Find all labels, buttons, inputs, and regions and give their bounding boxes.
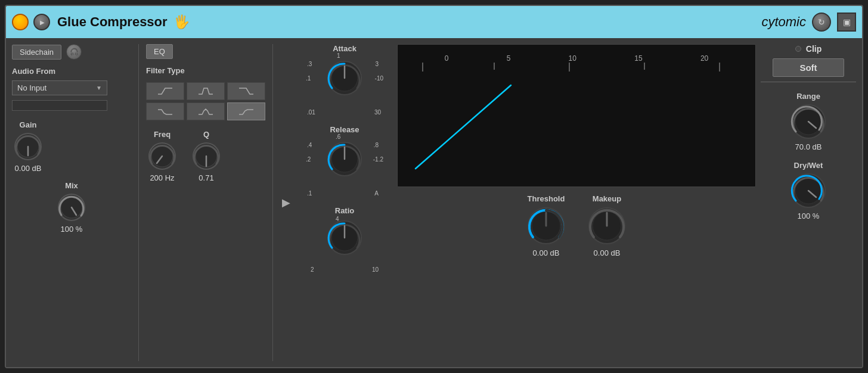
attack-scale-3: 3 [375, 61, 379, 67]
filter-lowshelf-btn[interactable] [146, 102, 184, 120]
freq-knob[interactable] [146, 140, 178, 172]
freq-section: Freq 200 Hz [146, 130, 178, 182]
hand-icon: 🖐 [173, 14, 190, 30]
release-scale-7: A [374, 190, 379, 197]
attack-scale-1: .3 [307, 61, 312, 67]
meter-tick-5: 5 [507, 54, 511, 63]
drywet-value: 100 % [798, 212, 820, 220]
ratio-knob[interactable] [325, 218, 364, 257]
ratio-scale-2: 2 [311, 266, 314, 273]
q-label: Q [203, 130, 209, 139]
attack-scale-6: .01 [307, 109, 315, 116]
headphone-icon[interactable]: 🎧 [66, 44, 82, 60]
dropdown-arrow-icon: ▼ [96, 85, 102, 91]
mix-knob[interactable] [55, 191, 88, 223]
release-scale-3: .8 [374, 142, 379, 148]
threshold-value: 0.00 dB [533, 248, 560, 257]
range-section: Range 70.0 dB [789, 92, 828, 151]
filter-lowpass-btn[interactable] [227, 82, 265, 100]
main-content: Sidechain 🎧 Audio From No Input ▼ Gain [6, 38, 862, 367]
mix-value: 100 % [61, 225, 83, 234]
threshold-label: Threshold [528, 194, 565, 203]
gain-value: 0.00 dB [15, 164, 42, 173]
ratio-label: Ratio [306, 206, 383, 215]
gain-section: Gain 0.00 dB [12, 120, 44, 173]
audio-from-label: Audio From [12, 67, 131, 76]
range-knob[interactable] [789, 102, 828, 141]
clip-row: Clip [795, 44, 822, 54]
soft-button[interactable]: Soft [773, 58, 844, 77]
right-panel: Clip Soft Range 70.0 dB Dry/Wet [761, 44, 856, 361]
makeup-value: 0.00 dB [594, 248, 621, 257]
filter-type-grid [146, 82, 265, 120]
makeup-label: Makeup [593, 194, 621, 203]
refresh-icon-button[interactable]: ↻ [812, 13, 831, 32]
release-knob[interactable] [325, 139, 364, 179]
attack-scale-4: .1 [306, 75, 311, 82]
bottom-knobs: Threshold 0.00 dB Makeup [397, 194, 756, 257]
freq-label: Freq [154, 130, 170, 139]
title-right: cytomic ↻ ▣ [761, 13, 856, 32]
makeup-section: Makeup 0.00 dB [585, 194, 628, 257]
release-scale-1: .4 [307, 142, 312, 148]
attack-scale-5: -10 [375, 75, 383, 82]
meter-section: 0 5 10 15 20 [397, 44, 756, 361]
play-button[interactable] [33, 14, 50, 30]
gain-label: Gain [20, 120, 37, 129]
eq-panel: EQ Filter Type [146, 44, 265, 361]
sidechain-panel: Sidechain 🎧 Audio From No Input ▼ Gain [12, 44, 131, 361]
threshold-knob[interactable] [525, 204, 568, 247]
save-icon-button[interactable]: ▣ [837, 13, 856, 32]
routing-arrow: ▶ [280, 44, 292, 361]
h-divider [761, 82, 856, 82]
clip-label: Clip [806, 44, 822, 54]
filter-bell-btn[interactable] [187, 102, 225, 120]
eq-knobs: Freq 200 Hz Q [146, 130, 265, 182]
release-scale-4: .2 [306, 156, 311, 163]
ratio-section: Ratio 4 2 10 [306, 206, 383, 278]
release-scale-5: -1.2 [373, 156, 383, 163]
filter-bandpass-btn[interactable] [187, 82, 225, 100]
plugin-title: Glue Compressor [57, 14, 168, 30]
drywet-label: Dry/Wet [794, 161, 823, 170]
makeup-knob[interactable] [585, 204, 628, 247]
filter-highshelf-btn[interactable] [227, 102, 265, 120]
eq-header: EQ [146, 44, 265, 59]
power-button[interactable] [12, 14, 29, 30]
threshold-section: Threshold 0.00 dB [525, 194, 568, 257]
arrow-right-icon: ▶ [282, 196, 290, 209]
timing-panel: Attack .3 1 3 .1 -10 .01 30 [297, 44, 392, 361]
attack-scale-7: 30 [374, 109, 381, 116]
drywet-section: Dry/Wet 100 % [789, 161, 828, 220]
mix-section: Mix 100 % [12, 181, 131, 234]
range-label: Range [796, 92, 820, 101]
release-scale-6: .1 [307, 190, 312, 197]
attack-knob[interactable] [325, 58, 364, 98]
meter-needle-svg [410, 79, 529, 175]
brand-name: cytomic [761, 14, 806, 30]
divider-1 [138, 44, 139, 361]
gain-knob[interactable] [12, 130, 44, 163]
release-label: Release [306, 125, 383, 134]
meter-ticks-svg [398, 63, 755, 80]
meter-tick-15: 15 [634, 54, 642, 63]
attack-section: Attack .3 1 3 .1 -10 .01 30 [306, 44, 383, 122]
clip-led [795, 46, 801, 52]
drywet-knob[interactable] [789, 171, 828, 210]
range-value: 70.0 dB [795, 142, 822, 151]
divider-2 [272, 44, 273, 361]
q-knob[interactable] [190, 140, 222, 172]
eq-button[interactable]: EQ [146, 44, 173, 59]
vu-meter: 0 5 10 15 20 [397, 44, 756, 187]
sidechain-button[interactable]: Sidechain [12, 45, 61, 60]
meter-tick-10: 10 [569, 54, 576, 63]
freq-value: 200 Hz [150, 173, 174, 182]
filter-highpass-btn[interactable] [146, 82, 184, 100]
attack-label: Attack [306, 44, 383, 53]
audio-from-value: No Input [17, 83, 46, 92]
sidechain-header: Sidechain 🎧 [12, 44, 131, 60]
sidechain-knobs: Gain 0.00 dB [12, 120, 131, 173]
meter-tick-0: 0 [445, 54, 449, 63]
audio-from-dropdown[interactable]: No Input ▼ [12, 80, 107, 95]
mix-label: Mix [65, 181, 78, 190]
